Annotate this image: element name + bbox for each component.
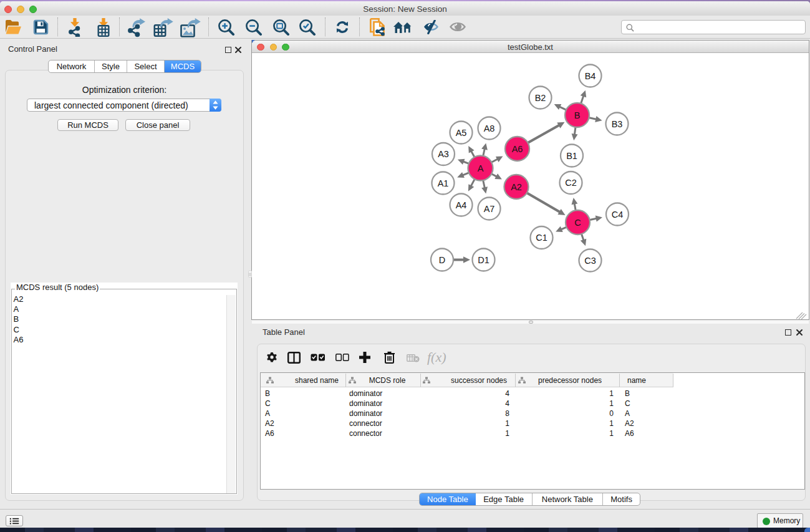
svg-text:C3: C3 [584,256,596,266]
svg-text:A8: A8 [484,123,495,133]
svg-text:A: A [478,163,484,173]
svg-text:C4: C4 [612,210,624,220]
svg-text:D: D [439,255,445,265]
svg-text:A1: A1 [438,178,449,188]
svg-text:C: C [574,218,581,228]
svg-text:A6: A6 [512,144,523,154]
svg-text:C2: C2 [565,178,577,188]
svg-text:C1: C1 [536,233,547,243]
svg-text:A4: A4 [456,200,467,210]
svg-text:B: B [574,110,581,120]
svg-text:A5: A5 [456,128,467,138]
svg-text:A2: A2 [511,182,522,192]
svg-text:B1: B1 [566,151,577,161]
svg-text:B3: B3 [612,119,623,129]
svg-text:D1: D1 [478,255,489,265]
svg-text:A3: A3 [438,149,449,159]
svg-text:A7: A7 [484,204,495,214]
svg-text:B4: B4 [585,71,596,81]
svg-text:B2: B2 [535,93,546,103]
